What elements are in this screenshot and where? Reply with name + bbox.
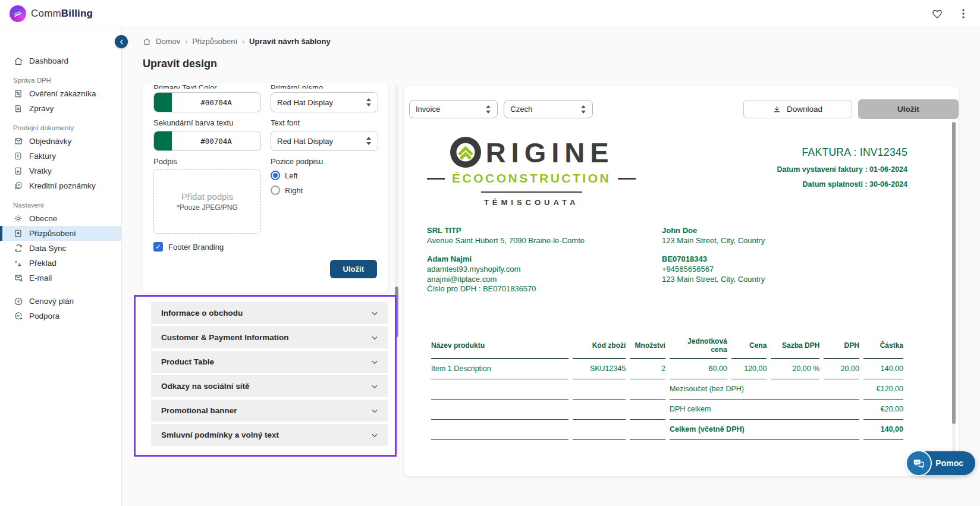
logo-dash — [427, 178, 445, 180]
sidebar-item-objednavky[interactable]: Objednávky — [0, 134, 121, 149]
sidebar-item-label: Vratky — [29, 166, 52, 175]
footer-branding-checkbox-row[interactable]: ✓ Footer Branding — [153, 242, 377, 252]
sync-icon — [13, 244, 23, 253]
footer-branding-label: Footer Branding — [168, 243, 224, 252]
select-spinner-icon — [485, 105, 491, 114]
invoice-due-date: Datum splatnosti : 30-06-2024 — [777, 180, 907, 188]
chevron-down-icon — [370, 309, 379, 318]
invoice-number: FAKTURA : INV12345 — [777, 146, 907, 159]
seller-website: adamtest93.myshopify.com — [427, 265, 662, 275]
primary-color-field[interactable] — [153, 92, 261, 112]
sidebar-item-label: Data Sync — [29, 244, 66, 253]
checkbox-checked-icon: ✓ — [153, 242, 163, 252]
signature-label: Podpis — [153, 151, 261, 169]
breadcrumb-separator: › — [242, 37, 244, 46]
sidebar-section-prodejni-dokumenty: Prodejní dokumenty — [0, 116, 121, 134]
breadcrumb: Domov › Přizpůsobení › Upravit návrh šab… — [143, 37, 331, 46]
grand-total-label: Celkem (včetně DPH) — [670, 420, 859, 440]
position-left-radio[interactable]: Left — [271, 171, 378, 180]
seller-address: Avenue Saint Hubert 5, 7090 Braine-le-Co… — [427, 236, 662, 246]
secondary-color-input[interactable] — [172, 137, 260, 146]
sidebar-item-overeni-zakaznika[interactable]: Ověření zákazníka — [0, 86, 121, 101]
sidebar-item-cenovy-plan[interactable]: € Cenový plán — [0, 294, 121, 309]
invoice-issue-date: Datum vystavení faktury : 01-06-2024 — [777, 165, 907, 174]
sidebar-item-obecne[interactable]: Obecne — [0, 211, 121, 226]
signature-upload-box[interactable]: Přidat podpis *Pouze JPEG/PNG — [153, 169, 261, 234]
sidebar-item-preklad[interactable]: žA Překlad — [0, 256, 121, 271]
download-button[interactable]: Download — [743, 100, 852, 118]
form-save-button[interactable]: Uložit — [330, 260, 377, 278]
language-select[interactable]: Czech — [504, 100, 592, 118]
chevron-down-icon — [370, 358, 379, 366]
help-button[interactable]: Pomoc — [907, 451, 975, 475]
gear-icon — [13, 214, 23, 223]
position-right-radio[interactable]: Right — [271, 186, 378, 195]
primary-font-select[interactable]: Red Hat Display — [271, 92, 378, 112]
seller-vat-number: Číslo pro DPH : BE0701836570 — [427, 284, 662, 294]
logo-temiscouata: TÉMISCOUATA — [484, 198, 579, 207]
sidebar-item-data-sync[interactable]: Data Sync — [0, 241, 121, 256]
breadcrumb-current: Upravit návrh šablony — [249, 37, 331, 46]
sidebar-section-sprava-dph: Správa DPH — [0, 68, 121, 86]
breadcrumb-domov[interactable]: Domov — [156, 37, 180, 46]
sidebar-item-kreditni-poznamky[interactable]: Kreditní poznámky — [0, 178, 121, 193]
text-font-select[interactable]: Red Hat Display — [271, 131, 378, 151]
accordion-smluvni-podminky[interactable]: Smluvní podmínky a volný text — [151, 424, 388, 446]
sidebar-item-label: Cenový plán — [29, 297, 74, 306]
grand-total-row: Celkem (včetně DPH) 140,00 — [431, 420, 903, 440]
select-spinner-icon — [366, 137, 372, 145]
sidebar-item-faktury[interactable]: € Faktury — [0, 149, 121, 164]
scrollbar-thumb[interactable] — [952, 122, 956, 424]
sidebar-item-prizpusobeni[interactable]: Přizpůsobení — [0, 226, 121, 241]
accordion-socialni-site[interactable]: Odkazy na sociální sítě — [151, 375, 388, 397]
sidebar-collapse-button[interactable] — [115, 35, 128, 48]
preview-scrollbar[interactable] — [952, 122, 956, 458]
sidebar-item-label: Dashboard — [29, 56, 68, 65]
sidebar-item-email[interactable]: E-mail — [0, 271, 121, 285]
secondary-text-color-label: Sekundární barva textu — [153, 112, 261, 131]
vat-total-value: €20,00 — [863, 400, 903, 420]
signature-position-options: Left Right — [271, 169, 378, 234]
primary-color-swatch[interactable] — [154, 92, 172, 112]
chevron-down-icon — [370, 334, 379, 342]
topbar: CommBilling — [0, 0, 980, 27]
subtotal-value: €120,00 — [863, 379, 903, 400]
accordion-customer-payment[interactable]: Customer & Payment Information — [151, 326, 388, 348]
help-label: Pomoc — [935, 458, 963, 468]
translate-icon: žA — [13, 259, 23, 268]
buyer-address-block: John Doe 123 Main Street, City, Country … — [662, 226, 765, 294]
sidebar-item-dashboard[interactable]: Dashboard — [0, 54, 121, 68]
preview-save-button[interactable]: Uložit — [858, 99, 959, 119]
accordion-promotional-banner[interactable]: Promotional banner — [151, 400, 388, 422]
seller-address-block: SRL TITP Avenue Saint Hubert 5, 7090 Bra… — [427, 226, 662, 294]
signature-upload-hint: *Pouze JPEG/PNG — [177, 203, 238, 212]
invoice-document: RIGINE ÉCOCONSTRUCTION TÉMISCOUATA FAKTU… — [427, 136, 907, 440]
document-type-select[interactable]: Invoice — [409, 100, 498, 118]
favorites-heart-icon[interactable] — [931, 8, 943, 20]
chat-bubbles-icon — [906, 450, 932, 476]
secondary-color-swatch[interactable] — [154, 131, 172, 151]
sidebar-item-vratky[interactable]: Vratky — [0, 164, 121, 178]
sidebar-item-podpora[interactable]: Podpora — [0, 309, 121, 323]
origine-o-icon — [449, 136, 482, 169]
breadcrumb-separator: › — [185, 37, 187, 46]
primary-color-input[interactable] — [172, 98, 260, 107]
breadcrumb-home-icon[interactable] — [143, 37, 151, 46]
kebab-menu-icon[interactable] — [959, 8, 968, 19]
seller-company: SRL TITP — [427, 226, 662, 236]
sidebar-item-label: Kreditní poznámky — [29, 181, 96, 190]
sidebar: Dashboard Správa DPH Ověření zákazníka Z… — [0, 27, 122, 506]
table-header-row: Název produktu Kód zboží Množství Jednot… — [431, 334, 903, 359]
accordion-informace-o-obchodu[interactable]: Informace o obchodu — [151, 302, 388, 324]
home-icon — [13, 56, 23, 66]
download-icon — [772, 105, 781, 114]
brand-logo[interactable]: CommBilling — [10, 5, 93, 22]
secondary-color-field[interactable] — [153, 131, 261, 151]
seller-email: anajmi@itplace.com — [427, 275, 662, 285]
accordion-product-table[interactable]: Product Table — [151, 351, 388, 373]
sidebar-item-label: E-mail — [29, 274, 52, 282]
breadcrumb-prizpusobeni[interactable]: Přizpůsobení — [192, 37, 237, 46]
sidebar-item-zpravy[interactable]: Zprávy — [0, 101, 121, 116]
buyer-address1: 123 Main Street, City, Country — [662, 236, 765, 246]
select-spinner-icon — [580, 105, 586, 114]
